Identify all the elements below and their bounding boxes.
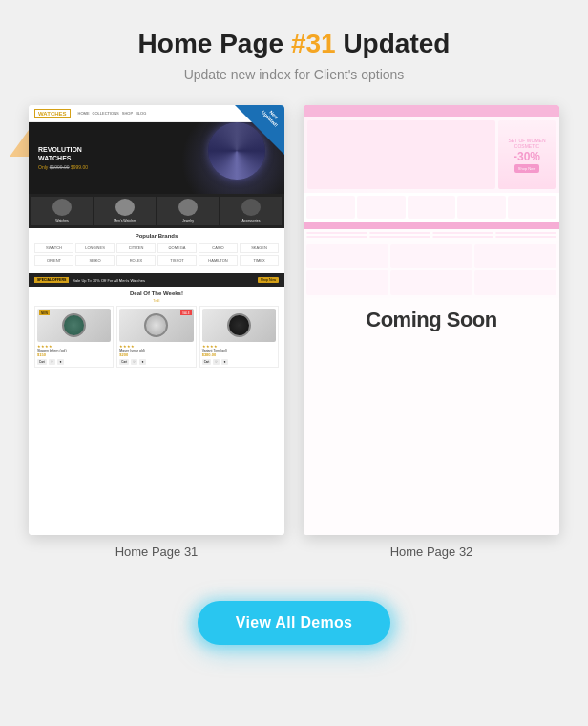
nav-link-home: HOME [78, 111, 90, 116]
product-info-1: ★★★★ Skagen leftern (gol) $150 [37, 344, 111, 357]
watch-product-2: SALE ★★★★ Maser (smar gld) $200 Cart ♡ [116, 306, 196, 368]
brands-title: Popular Brands [34, 233, 279, 239]
demo-preview-31[interactable]: NewUpdated! WATCHES HOME COLLECTIONS SHO… [29, 105, 284, 535]
demo-card-31: NewUpdated! WATCHES HOME COLLECTIONS SHO… [29, 105, 284, 559]
watch-dial-1 [62, 313, 86, 337]
demo-preview-32[interactable]: SET OF WOMEN COSMETIC -30% Shop Now [304, 105, 559, 535]
product-wish-2[interactable]: ♡ [131, 359, 137, 365]
product-img-3 [202, 309, 276, 342]
brand-casio: CASIO [199, 243, 238, 253]
product-badge-sale: SALE [180, 310, 192, 315]
brand-hamilton: HAMILTON [199, 255, 238, 266]
coming-soon-site: SET OF WOMEN COSMETIC -30% Shop Now [304, 105, 559, 535]
brand-rolex: ROLEX [116, 255, 156, 266]
brand-citizen: CITIZEN [116, 243, 156, 253]
product-wish-3[interactable]: ♡ [213, 359, 220, 365]
view-demos-section: View All Demos [198, 601, 390, 645]
demo-label-31: Home Page 31 [116, 544, 199, 559]
brand-swatch: SWATCH [34, 243, 74, 253]
product-actions-3: Cart ♡ 👁 [202, 359, 276, 365]
product-view-2[interactable]: 👁 [139, 359, 146, 365]
product-price-3: $380.00 [202, 352, 276, 357]
brand-orient: ORIENT [34, 255, 74, 266]
page-title: Home Page #31 Updated [138, 29, 451, 59]
watch-categories: Watches Men's Watches Jewelry Acces [29, 194, 284, 228]
watch-hero-circle [208, 122, 265, 180]
watch-deals: Deal Of The Weeks! TmE NEW ★★★★ [29, 287, 284, 372]
deals-subtitle: TmE [34, 299, 279, 303]
watch-offers-bar: SPECIAL OFFERS Sale Up To 30% Off For Al… [29, 273, 284, 287]
new-updated-label: NewUpdated! [261, 105, 284, 128]
watch-dial-3 [227, 313, 251, 337]
watch-cat-watches: Watches [32, 197, 93, 225]
product-cart-3[interactable]: Cart [202, 359, 212, 365]
brand-skagen: SKAGEN [240, 243, 279, 253]
product-img-2: SALE [119, 309, 193, 342]
coming-soon-text: Coming Soon [366, 308, 496, 332]
watch-dial-2 [144, 313, 168, 337]
product-badge-new: NEW [39, 310, 50, 315]
brand-tissot: TISSOT [158, 255, 197, 266]
nav-link-shop: SHOP [122, 111, 133, 116]
watch-brands-section: Popular Brands SWATCH LONGINES CITIZEN Ω… [29, 228, 284, 270]
watch-nav-links: HOME COLLECTIONS SHOP BLOG [78, 111, 147, 116]
watch-product-1: NEW ★★★★ Skagen leftern (gol) $150 Cart … [34, 306, 114, 368]
brands-grid: SWATCH LONGINES CITIZEN ΩOMEGA CASIO SKA… [34, 243, 279, 266]
watch-cat-mens: Men's Watches [94, 197, 156, 225]
watch-hero-title: REVOLUTIONWATCHES [38, 146, 88, 162]
product-actions-2: Cart ♡ 👁 [119, 359, 193, 365]
product-view-3[interactable]: 👁 [221, 359, 228, 365]
cat-label-accessories: Accessories [242, 219, 261, 223]
demos-row: NewUpdated! WATCHES HOME COLLECTIONS SHO… [19, 105, 569, 559]
deals-title: Deal Of The Weeks! [34, 290, 279, 296]
watch-logo: WATCHES [34, 109, 71, 118]
cat-label-jewelry: Jewelry [182, 219, 194, 223]
product-info-2: ★★★★ Maser (smar gld) $200 [119, 344, 193, 357]
product-view-1[interactable]: 👁 [57, 359, 64, 365]
cat-label-watches: Watches [55, 219, 69, 223]
brand-timex: TIMEX [240, 255, 279, 266]
product-actions-1: Cart ♡ 👁 [37, 359, 111, 365]
product-price-1: $150 [37, 352, 111, 357]
offers-label: SPECIAL OFFERS [34, 277, 69, 283]
product-price-2: $200 [119, 352, 193, 357]
product-wish-1[interactable]: ♡ [49, 359, 55, 365]
view-all-demos-button[interactable]: View All Demos [198, 601, 390, 645]
offers-text: Sale Up To 30% Off For All Men's Watches [73, 278, 145, 283]
watch-products-row: NEW ★★★★ Skagen leftern (gol) $150 Cart … [34, 306, 279, 368]
product-img-1: NEW [37, 309, 111, 342]
watch-hero-text: REVOLUTIONWATCHES Only $1999.00 $999.00 [29, 146, 88, 170]
brand-seiko: SEIKO [75, 255, 115, 266]
demo-label-32: Home Page 32 [390, 544, 473, 559]
product-cart-2[interactable]: Cart [119, 359, 129, 365]
brand-omega: ΩOMEGA [158, 243, 197, 253]
nav-link-collections: COLLECTIONS [93, 111, 119, 116]
demo-card-32: SET OF WOMEN COSMETIC -30% Shop Now [304, 105, 559, 559]
product-cart-1[interactable]: Cart [37, 359, 47, 365]
product-info-3: ★★★★ Variant Tom (gol) $380.00 [202, 344, 276, 357]
watch-hero-price: Only $1999.00 $999.00 [38, 164, 88, 170]
watch-hero: REVOLUTIONWATCHES Only $1999.00 $999.00 [29, 122, 284, 194]
page-subtitle: Update new index for Client's options [184, 67, 405, 82]
watch-product-3: ★★★★ Variant Tom (gol) $380.00 Cart ♡ 👁 [200, 306, 279, 368]
offers-button[interactable]: Shop Now [258, 277, 279, 283]
watch-cat-jewelry: Jewelry [158, 197, 219, 225]
cat-label-mens: Men's Watches [114, 219, 136, 223]
nav-link-blog: BLOG [136, 111, 146, 116]
watch-cat-accessories: Accessories [220, 197, 282, 225]
watch-site: NewUpdated! WATCHES HOME COLLECTIONS SHO… [29, 105, 284, 535]
brand-longines: LONGINES [75, 243, 115, 253]
